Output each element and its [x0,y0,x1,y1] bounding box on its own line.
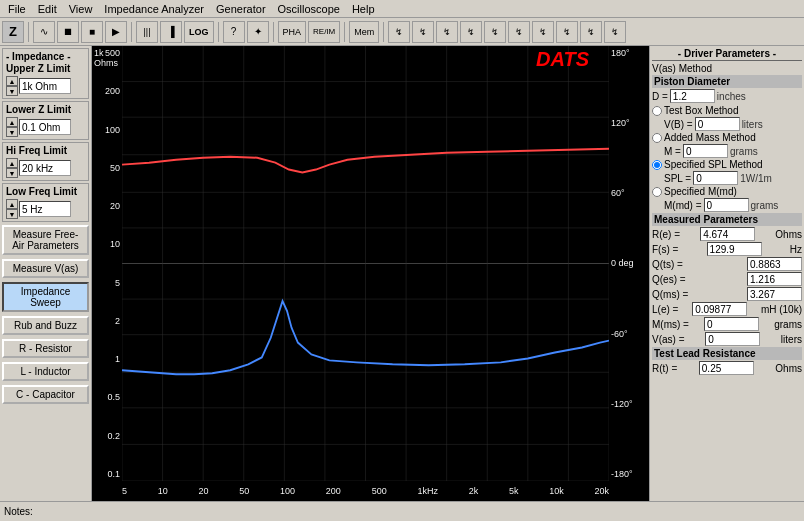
y-left-500: 500 [105,48,120,58]
menu-impedance-analyzer[interactable]: Impedance Analyzer [98,2,210,16]
menu-oscilloscope[interactable]: Oscilloscope [272,2,346,16]
extra-btn-4[interactable]: ↯ [460,21,482,43]
qes-value: 1.216 [747,272,802,286]
qms-label: Q(ms) = [652,289,688,300]
x-5: 5 [122,486,127,496]
c-capacitor-button[interactable]: C - Capacitor [2,385,89,404]
chart-area: DATS 1kOhms 500 200 100 50 20 10 5 2 1 0… [92,46,649,501]
menu-help[interactable]: Help [346,2,381,16]
d-input[interactable] [670,89,715,103]
mmd-input[interactable] [704,198,749,212]
menu-edit[interactable]: Edit [32,2,63,16]
mms-unit: grams [774,319,802,330]
qts-value: 0.8863 [747,257,802,271]
vb-input[interactable] [695,117,740,131]
stop-button[interactable]: ■ [81,21,103,43]
lower-z-down[interactable]: ▼ [6,127,18,137]
hi-freq-input[interactable] [19,160,71,176]
upper-z-down[interactable]: ▼ [6,86,18,96]
measure-free-air-button[interactable]: Measure Free-Air Parameters [2,225,89,255]
mem-button[interactable]: Mem [349,21,379,43]
x-100: 100 [280,486,295,496]
spl-row: SPL = 1W/1m [664,171,802,185]
test-box-radio[interactable] [652,106,662,116]
specified-spl-label: Specified SPL Method [664,159,763,170]
extra-btn-1[interactable]: ↯ [388,21,410,43]
lower-z-input-row: ▲ ▼ [6,117,85,137]
extra-btn-3[interactable]: ↯ [436,21,458,43]
vas-method-row: V(as) Method [652,63,802,74]
extra-btn-2[interactable]: ↯ [412,21,434,43]
rt-row: R(t) = 0.25 Ohms [652,361,802,375]
play-button[interactable]: ▶ [105,21,127,43]
specified-spl-radio[interactable] [652,160,662,170]
x-1k: 1kHz [417,486,438,496]
pha-button[interactable]: PHA [278,21,307,43]
extra-btn-6[interactable]: ↯ [508,21,530,43]
r-resistor-button[interactable]: R - Resistor [2,339,89,358]
extra-btn-9[interactable]: ↯ [580,21,602,43]
menu-file[interactable]: File [2,2,32,16]
y-axis-right: 180° 120° 60° 0 deg -60° -120° -180° [609,46,649,481]
main-layout: - Impedance - Upper Z Limit ▲ ▼ Lower Z … [0,46,804,501]
x-axis: 5 10 20 50 100 200 500 1kHz 2k 5k 10k 20… [122,481,609,501]
menu-view[interactable]: View [63,2,99,16]
lower-z-label: Lower Z Limit [6,104,85,116]
help-button[interactable]: ? [223,21,245,43]
added-mass-label: Added Mass Method [664,132,756,143]
measure-vas-button[interactable]: Measure V(as) [2,259,89,278]
hi-freq-up[interactable]: ▲ [6,158,18,168]
m-input[interactable] [683,144,728,158]
qms-value: 3.267 [747,287,802,301]
test-box-row: Test Box Method [652,105,802,116]
re-label: R(e) = [652,229,680,240]
toolbar-sep-2 [131,22,132,42]
lower-z-up[interactable]: ▲ [6,117,18,127]
re-unit: Ohms [775,229,802,240]
fs-row: F(s) = 129.9 Hz [652,242,802,256]
extra-btn-8[interactable]: ↯ [556,21,578,43]
toolbar-sep-3 [218,22,219,42]
low-freq-input[interactable] [19,201,71,217]
menu-generator[interactable]: Generator [210,2,272,16]
x-20: 20 [199,486,209,496]
reim-button[interactable]: RE/IM [308,21,340,43]
bars-button[interactable]: ||| [136,21,158,43]
hi-freq-group: Hi Freq Limit ▲ ▼ [2,142,89,181]
spl-input[interactable] [693,171,738,185]
low-freq-down[interactable]: ▼ [6,209,18,219]
low-freq-label: Low Freq Limit [6,186,85,198]
sine-button[interactable]: ∿ [33,21,55,43]
added-mass-row: Added Mass Method [652,132,802,143]
extra-btn-10[interactable]: ↯ [604,21,626,43]
upper-z-label: Upper Z Limit [6,63,85,75]
vb-unit: liters [742,119,763,130]
y-left-10: 10 [110,239,120,249]
mms-row: M(ms) = 0 grams [652,317,802,331]
y-right-60: 60° [611,188,625,198]
lower-z-group: Lower Z Limit ▲ ▼ [2,101,89,140]
block-button[interactable]: ▐ [160,21,182,43]
lower-z-input[interactable] [19,119,71,135]
impedance-sweep-button[interactable]: Impedance Sweep [2,282,89,312]
added-mass-radio[interactable] [652,133,662,143]
extra-btn-5[interactable]: ↯ [484,21,506,43]
hi-freq-down[interactable]: ▼ [6,168,18,178]
x-50: 50 [239,486,249,496]
piston-diameter-section: Piston Diameter D = inches [652,75,802,103]
measured-params-title: Measured Parameters [652,213,802,226]
specified-mmd-row: Specified M(md) [652,186,802,197]
extra-btn-7[interactable]: ↯ [532,21,554,43]
rub-buzz-button[interactable]: Rub and Buzz [2,316,89,335]
y-left-5: 5 [115,278,120,288]
eject-button[interactable]: ⏹ [57,21,79,43]
upper-z-up[interactable]: ▲ [6,76,18,86]
low-freq-up[interactable]: ▲ [6,199,18,209]
l-inductor-button[interactable]: L - Inductor [2,362,89,381]
y-left-100: 100 [105,125,120,135]
specified-mmd-radio[interactable] [652,187,662,197]
log-button[interactable]: LOG [184,21,214,43]
star-button[interactable]: ✦ [247,21,269,43]
z-button[interactable]: Z [2,21,24,43]
upper-z-input[interactable] [19,78,71,94]
